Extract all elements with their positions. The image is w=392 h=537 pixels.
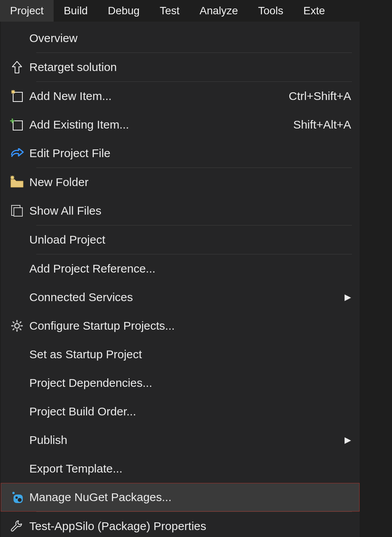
menu-item-show-all-files[interactable]: Show All Files	[1, 197, 360, 225]
gear-icon	[5, 319, 29, 332]
menu-item-label: Manage NuGet Packages...	[29, 491, 172, 504]
menu-item-set-as-startup-project[interactable]: Set as Startup Project	[1, 340, 360, 369]
menubar-item-project[interactable]: Project	[0, 0, 54, 22]
svg-rect-13	[14, 208, 22, 216]
menu-item-add-existing-item[interactable]: Add Existing Item... Shift+Alt+A	[1, 110, 360, 139]
menu-item-label: Export Template...	[29, 462, 122, 475]
menu-item-label: Retarget solution	[29, 61, 117, 74]
svg-point-23	[12, 492, 15, 494]
menubar-item-build[interactable]: Build	[54, 0, 98, 22]
menu-item-publish[interactable]: Publish ▶	[1, 426, 360, 454]
menu-item-add-project-reference[interactable]: Add Project Reference...	[1, 254, 360, 283]
existing-item-icon	[5, 118, 29, 132]
svg-line-21	[20, 322, 21, 323]
menu-item-label: Configure Startup Projects...	[29, 319, 175, 332]
menu-item-edit-project-file[interactable]: Edit Project File	[1, 139, 360, 168]
menu-item-label: Show All Files	[29, 204, 101, 217]
svg-rect-5	[13, 121, 22, 130]
menu-item-retarget-solution[interactable]: Retarget solution	[1, 53, 360, 81]
menu-item-export-template[interactable]: Export Template...	[1, 454, 360, 483]
new-folder-icon	[5, 176, 29, 189]
menu-item-label: Connected Services	[29, 291, 133, 304]
menubar-item-test[interactable]: Test	[150, 0, 189, 22]
svg-line-19	[13, 322, 14, 323]
menu-item-project-dependencies[interactable]: Project Dependencies...	[1, 369, 360, 397]
svg-point-14	[15, 324, 19, 328]
redo-arrow-icon	[5, 148, 29, 158]
menu-item-label: Add Project Reference...	[29, 262, 155, 275]
nuget-icon	[5, 491, 29, 504]
menu-item-label: Publish	[29, 434, 67, 447]
menu-item-configure-startup-projects[interactable]: Configure Startup Projects...	[1, 312, 360, 340]
menu-item-label: Project Dependencies...	[29, 376, 152, 390]
project-menu-dropdown: Overview Retarget solution Add New Item.…	[1, 22, 360, 537]
menu-item-label: Add New Item...	[29, 90, 112, 103]
menubar-item-tools[interactable]: Tools	[248, 0, 293, 22]
svg-line-20	[20, 329, 21, 330]
menu-item-new-folder[interactable]: New Folder	[1, 168, 360, 197]
menubar-item-debug[interactable]: Debug	[98, 0, 150, 22]
svg-point-25	[15, 496, 18, 499]
menu-item-connected-services[interactable]: Connected Services ▶	[1, 283, 360, 312]
menu-item-label: Test-AppSilo (Package) Properties	[29, 520, 206, 533]
menu-item-label: Unload Project	[29, 233, 105, 246]
menu-item-project-build-order[interactable]: Project Build Order...	[1, 397, 360, 426]
menu-item-label: Set as Startup Project	[29, 348, 142, 361]
chevron-right-icon: ▶	[341, 292, 351, 302]
menubar-item-extensions[interactable]: Exte	[293, 0, 335, 22]
show-all-files-icon	[5, 204, 29, 218]
menu-item-project-properties[interactable]: Test-AppSilo (Package) Properties	[1, 512, 360, 537]
new-item-icon	[5, 89, 29, 103]
chevron-right-icon: ▶	[341, 435, 351, 445]
menu-item-label: Edit Project File	[29, 147, 110, 160]
menu-item-overview[interactable]: Overview	[1, 24, 360, 53]
menu-item-shortcut: Ctrl+Shift+A	[289, 90, 351, 103]
menubar: Project Build Debug Test Analyze Tools E…	[0, 0, 392, 22]
menu-item-label: Overview	[29, 32, 78, 45]
wrench-icon	[5, 519, 29, 533]
menu-item-add-new-item[interactable]: Add New Item... Ctrl+Shift+A	[1, 82, 360, 110]
svg-line-22	[13, 329, 14, 330]
arrow-up-icon	[5, 61, 29, 74]
menu-item-manage-nuget-packages[interactable]: Manage NuGet Packages...	[1, 483, 360, 512]
menu-item-label: Add Existing Item...	[29, 118, 129, 131]
menu-item-unload-project[interactable]: Unload Project	[1, 225, 360, 254]
menu-item-shortcut: Shift+Alt+A	[293, 118, 351, 131]
menu-item-label: Project Build Order...	[29, 405, 136, 418]
svg-point-26	[18, 498, 22, 502]
menubar-item-analyze[interactable]: Analyze	[189, 0, 248, 22]
menu-item-label: New Folder	[29, 176, 88, 189]
svg-rect-0	[13, 92, 22, 102]
